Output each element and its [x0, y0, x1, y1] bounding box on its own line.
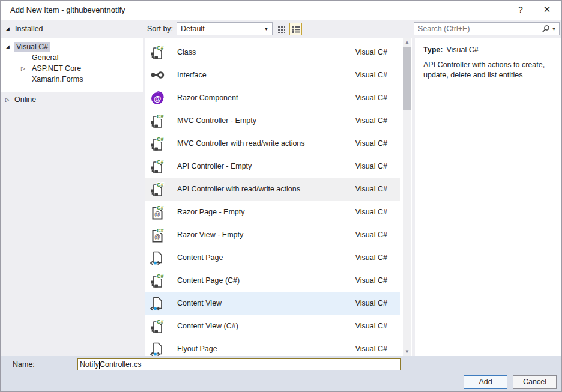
template-list-item[interactable]: @C# Razor View - Empty Visual C# — [145, 223, 400, 246]
search-icon[interactable] — [542, 25, 550, 33]
sidebar-item-xamarin-forms[interactable]: Xamarin.Forms — [1, 74, 143, 85]
cancel-button[interactable]: Cancel — [513, 375, 557, 389]
close-button[interactable]: ✕ — [535, 1, 559, 19]
template-list-item[interactable]: C# Content Page (C#) Visual C# — [145, 269, 400, 292]
svg-text:C#: C# — [157, 45, 164, 51]
razor-file-icon: @C# — [150, 227, 165, 243]
chevron-down-icon[interactable]: ▼ — [552, 27, 556, 31]
name-input[interactable]: NotifyController.cs — [77, 358, 401, 370]
collapsed-arrow-icon: ▷ — [5, 97, 14, 103]
expanded-arrow-icon: ◢ — [5, 26, 15, 32]
add-button[interactable]: Add — [464, 375, 507, 389]
sort-by-value: Default — [181, 25, 205, 33]
name-after-caret: Controller.cs — [100, 360, 141, 369]
razor-component-icon: @ — [150, 90, 165, 106]
svg-text:C#: C# — [157, 319, 164, 325]
svg-text:C#: C# — [157, 113, 164, 119]
chevron-down-icon: ▼ — [264, 27, 268, 31]
vertical-scrollbar[interactable]: ▲ ▼ — [403, 38, 411, 356]
csharp-file-icon: C# — [150, 44, 165, 60]
list-view-icon — [292, 25, 300, 34]
csharp-file-icon: C# — [150, 158, 165, 174]
template-list: C# Class Visual C# Interface Visual C# @… — [145, 38, 412, 356]
xaml-file-icon — [150, 250, 165, 265]
installed-tree: ◢ Visual C# General ▷ ASP.NET Core Xamar… — [1, 38, 143, 92]
svg-text:C#: C# — [157, 182, 164, 188]
installed-label: Installed — [15, 25, 43, 33]
svg-text:C#: C# — [157, 205, 164, 211]
sort-by-dropdown[interactable]: Default ▼ — [177, 22, 273, 35]
sidebar-item-online[interactable]: ▷ Online — [5, 94, 36, 105]
template-list-item[interactable]: C# API Controller - Empty Visual C# — [145, 155, 400, 178]
type-label: Type: — [423, 46, 443, 54]
help-button[interactable]: ? — [509, 1, 533, 19]
scroll-down-icon[interactable]: ▼ — [403, 347, 411, 356]
csharp-file-icon: C# — [150, 273, 165, 288]
template-info-panel: Type:Visual C# API Controller with actio… — [415, 38, 562, 356]
search-box: ▼ — [414, 22, 560, 35]
small-icons-view-button[interactable] — [275, 23, 288, 35]
titlebar[interactable]: Add New Item - githubeventnotify ? ✕ — [1, 1, 561, 20]
csharp-file-icon: C# — [150, 318, 165, 334]
sort-by-label: Sort by: — [147, 20, 173, 38]
csharp-file-icon: C# — [150, 113, 165, 128]
scroll-up-icon[interactable]: ▲ — [403, 38, 411, 47]
sidebar-item-asp-net-core[interactable]: ▷ ASP.NET Core — [1, 63, 143, 74]
xaml-file-icon — [150, 341, 165, 356]
template-list-item[interactable]: C# MVC Controller with read/write action… — [145, 132, 400, 155]
interface-icon — [150, 67, 165, 83]
type-value: Visual C# — [446, 46, 478, 54]
template-description: API Controller with actions to create, u… — [423, 60, 554, 81]
svg-text:C#: C# — [157, 273, 164, 279]
small-icons-view-icon — [277, 25, 286, 34]
razor-file-icon: @C# — [150, 204, 165, 220]
svg-text:C#: C# — [157, 136, 164, 142]
name-before-caret: Notify — [80, 360, 99, 369]
name-label: Name: — [13, 360, 35, 369]
footer-bar: Name: NotifyController.cs Add Cancel — [1, 356, 561, 391]
svg-text:C#: C# — [157, 228, 164, 234]
collapsed-arrow-icon: ▷ — [21, 65, 30, 71]
csharp-file-icon: C# — [150, 181, 165, 197]
xaml-file-icon — [150, 295, 165, 311]
sidebar-item-visual-c-[interactable]: ◢ Visual C# — [1, 41, 143, 52]
template-list-item[interactable]: Content Page Visual C# — [145, 246, 400, 269]
svg-text:C#: C# — [157, 159, 164, 165]
template-list-item[interactable]: C# API Controller with read/write action… — [145, 178, 400, 201]
template-list-item[interactable]: @C# Razor Page - Empty Visual C# — [145, 201, 400, 223]
template-list-item[interactable]: C# Content View (C#) Visual C# — [145, 315, 400, 337]
csharp-file-icon: C# — [150, 136, 165, 151]
template-list-item[interactable]: @ Razor Component Visual C# — [145, 86, 400, 109]
scrollbar-thumb[interactable] — [403, 47, 411, 110]
template-list-item[interactable]: Interface Visual C# — [145, 64, 400, 86]
list-view-button[interactable] — [289, 23, 302, 35]
add-new-item-dialog: Add New Item - githubeventnotify ? ✕ ◢ I… — [0, 0, 562, 392]
expanded-arrow-icon: ◢ — [5, 44, 14, 50]
online-label: Online — [14, 95, 36, 104]
svg-text:@: @ — [154, 234, 160, 240]
header-row: ◢ Installed Sort by: Default ▼ — [1, 20, 561, 38]
svg-text:@: @ — [154, 211, 160, 217]
template-list-panel: C# Class Visual C# Interface Visual C# @… — [145, 38, 412, 356]
sidebar-item-general[interactable]: General — [1, 52, 143, 63]
dialog-title: Add New Item - githubeventnotify — [10, 1, 125, 20]
svg-text:@: @ — [154, 94, 162, 103]
search-input[interactable] — [414, 25, 542, 33]
template-list-item[interactable]: Flyout Page Visual C# — [145, 337, 400, 356]
template-list-item[interactable]: C# Class Visual C# — [145, 41, 400, 64]
template-list-item[interactable]: Content View Visual C# — [145, 292, 400, 315]
template-list-item[interactable]: C# MVC Controller - Empty Visual C# — [145, 109, 400, 132]
installed-section-header[interactable]: ◢ Installed — [5, 20, 43, 38]
